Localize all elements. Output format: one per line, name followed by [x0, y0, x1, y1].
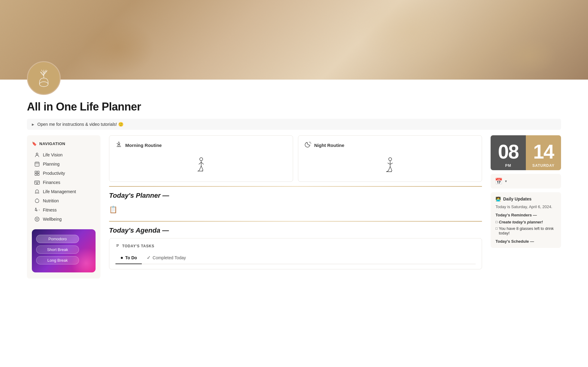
schedule-title: Today's Schedule —: [496, 239, 556, 244]
sidebar-nav-title: 🔖 NAVIGATION: [32, 141, 96, 146]
morning-routine-card[interactable]: Morning Routine: [109, 135, 293, 182]
svg-line-40: [390, 167, 392, 171]
morning-routine-icon: [115, 141, 122, 149]
svg-point-19: [36, 219, 37, 219]
clock-period: PM: [494, 163, 523, 168]
tasks-list-icon: [115, 243, 120, 249]
calendar-icon: 📅: [495, 178, 503, 185]
svg-line-29: [199, 166, 201, 170]
svg-line-30: [201, 166, 203, 170]
sidebar-item-planning[interactable]: Planning: [32, 159, 96, 169]
short-break-btn[interactable]: Short Break: [36, 245, 79, 254]
svg-rect-8: [37, 171, 39, 173]
tab-todo[interactable]: ● To Do: [115, 252, 142, 264]
clock-weekday: SATURDAY: [529, 163, 558, 168]
night-routine-icon: [304, 141, 311, 149]
svg-rect-7: [35, 171, 37, 173]
svg-point-25: [200, 158, 203, 161]
sidebar-label: Wellbeing: [43, 217, 62, 222]
tab-completed[interactable]: ✓ Completed Today: [142, 252, 191, 264]
divider-1: [109, 186, 482, 187]
sidebar-item-life-management[interactable]: Life Management: [32, 187, 96, 196]
sidebar-label: Finances: [43, 180, 60, 185]
svg-line-39: [388, 167, 390, 171]
planner-icon-row: 📋: [109, 203, 482, 218]
calendar-mini[interactable]: 📅 ▾: [491, 174, 561, 189]
productivity-icon: [34, 170, 40, 176]
clock-date-panel: 14 SATURDAY: [526, 135, 561, 170]
todo-icon: ●: [120, 255, 123, 260]
sidebar-item-fitness[interactable]: Fitness: [32, 205, 96, 215]
updates-label: Daily Updates: [503, 197, 532, 201]
fitness-icon: [34, 207, 40, 213]
sidebar-label: Planning: [43, 162, 60, 167]
morning-routine-label: Morning Routine: [125, 143, 162, 148]
divider-2: [109, 221, 482, 222]
logo-area: [0, 61, 588, 95]
clock-hour-value: 08: [494, 142, 523, 162]
sidebar-item-nutrition[interactable]: Nutrition: [32, 196, 96, 205]
pomodoro-btn[interactable]: Pomodoro: [36, 235, 79, 243]
svg-point-13: [37, 183, 38, 184]
callout-bar[interactable]: ▶ Open me for instructions & video tutor…: [27, 119, 561, 130]
sidebar-item-wellbeing[interactable]: Wellbeing: [32, 215, 96, 224]
page-title: All in One Life Planner: [0, 95, 588, 113]
sidebar-item-productivity[interactable]: Productivity: [32, 169, 96, 178]
wellbeing-icon: [34, 216, 40, 222]
sidebar-label: Nutrition: [43, 198, 59, 203]
reminder-item-1: □ Create today's planner!: [496, 220, 556, 224]
reminders-title: Today's Reminders —: [496, 213, 556, 217]
night-figure: [304, 154, 476, 176]
night-routine-header: Night Routine: [304, 141, 476, 149]
agenda-section-title: Today's Agenda —: [109, 227, 482, 234]
calendar-chevron-icon[interactable]: ▾: [505, 179, 507, 183]
svg-rect-3: [35, 162, 39, 166]
sidebar-item-life-vision[interactable]: Life Vision: [32, 150, 96, 159]
svg-point-20: [38, 219, 38, 219]
daily-updates-title: 🧑‍💻 Daily Updates: [496, 197, 556, 201]
tasks-tabs: ● To Do ✓ Completed Today: [115, 252, 476, 264]
logo-circle: [27, 61, 61, 95]
clock-widget: 08 PM 14 SATURDAY: [491, 135, 561, 170]
logo-icon: [33, 67, 55, 89]
clock-hour-panel: 08 PM: [491, 135, 526, 170]
sidebar: 🔖 NAVIGATION Life Vision Planning Produc…: [27, 135, 100, 279]
tasks-label: TODAY'S TASKS: [122, 244, 154, 248]
svg-line-27: [199, 162, 201, 164]
morning-figure: [115, 154, 287, 176]
svg-line-28: [201, 162, 204, 164]
todo-label: To Do: [125, 255, 137, 260]
long-break-btn[interactable]: Long Break: [36, 256, 79, 264]
nutrition-icon: [34, 198, 40, 204]
life-vision-icon: [34, 152, 40, 158]
night-routine-label: Night Routine: [314, 143, 344, 148]
svg-point-0: [40, 82, 48, 87]
finances-icon: [34, 180, 40, 185]
callout-text: Open me for instructions & video tutoria…: [37, 122, 123, 127]
sidebar-label: Productivity: [43, 171, 65, 176]
night-routine-card[interactable]: Night Routine: [298, 135, 482, 182]
content-area: Morning Routine: [109, 135, 482, 279]
sidebar-label: Life Vision: [43, 152, 62, 157]
completed-label: Completed Today: [153, 255, 186, 260]
reminder-text-2: You have 8 glasses left to drink today!: [499, 226, 556, 235]
reminder-checkbox-1: □: [496, 220, 498, 224]
daily-date: Today is Saturday, April 6, 2024.: [496, 204, 556, 209]
morning-routine-header: Morning Routine: [115, 141, 287, 149]
reminder-checkbox-2: □: [496, 227, 498, 230]
svg-point-37: [389, 158, 392, 161]
sidebar-item-finances[interactable]: Finances: [32, 178, 96, 187]
updates-icon: 🧑‍💻: [496, 197, 501, 201]
planning-icon: [34, 161, 40, 167]
planner-notebook-icon: 📋: [109, 206, 117, 214]
pomodoro-widget: Pomodoro Short Break Long Break: [32, 229, 96, 272]
daily-updates: 🧑‍💻 Daily Updates Today is Saturday, Apr…: [491, 192, 561, 248]
sidebar-label: Life Management: [43, 189, 76, 194]
completed-icon: ✓: [147, 255, 151, 260]
svg-point-15: [36, 208, 36, 209]
agenda-section: Today's Agenda — TODAY'S TASKS ●: [109, 227, 482, 269]
routine-cards: Morning Routine: [109, 135, 482, 182]
clock-day-value: 14: [529, 142, 558, 162]
svg-point-18: [35, 217, 39, 221]
reminder-text-1: Create today's planner!: [499, 220, 543, 224]
